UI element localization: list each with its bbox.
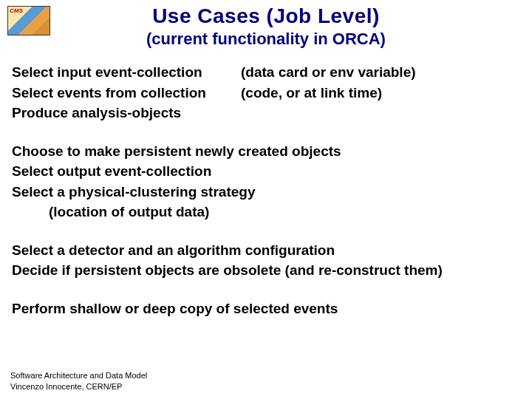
b2-l4: (location of output data) <box>12 202 520 222</box>
footer-line-1: Software Architecture and Data Model <box>10 370 147 381</box>
b2-l2: Select output event-collection <box>12 161 520 182</box>
slide-body: Select input event-collection (data card… <box>0 49 532 318</box>
b2-l3: Select a physical-clustering strategy <box>12 182 520 202</box>
row-1: Select input event-collection (data card… <box>12 62 520 83</box>
block-3: Select a detector and an algorithm confi… <box>12 240 520 281</box>
slide-header: Use Cases (Job Level) (current functiona… <box>0 0 532 49</box>
cms-logo: CMS <box>7 6 50 35</box>
row-1-right: (data card or env variable) <box>241 62 520 83</box>
b2-l1: Choose to make persistent newly created … <box>12 141 520 162</box>
row-2-left: Select events from collection <box>12 83 241 103</box>
row-2-right: (code, or at link time) <box>241 83 520 103</box>
b4-l1: Perform shallow or deep copy of selected… <box>12 299 520 319</box>
slide-subtitle: (current functionality in ORCA) <box>0 30 532 49</box>
row-1-left: Select input event-collection <box>12 62 241 83</box>
block-4: Perform shallow or deep copy of selected… <box>12 299 520 319</box>
slide-footer: Software Architecture and Data Model Vin… <box>10 370 147 392</box>
logo-label: CMS <box>10 7 23 14</box>
block-1: Select input event-collection (data card… <box>12 62 520 123</box>
row-3-left: Produce analysis-objects <box>12 103 241 123</box>
footer-line-2: Vincenzo Innocente, CERN/EP <box>10 381 147 392</box>
row-3: Produce analysis-objects <box>12 103 520 123</box>
slide-title: Use Cases (Job Level) <box>0 4 532 28</box>
row-2: Select events from collection (code, or … <box>12 83 520 103</box>
b3-l1: Select a detector and an algorithm confi… <box>12 240 520 261</box>
b3-l2: Decide if persistent objects are obsolet… <box>12 260 520 281</box>
block-2: Choose to make persistent newly created … <box>12 141 520 222</box>
